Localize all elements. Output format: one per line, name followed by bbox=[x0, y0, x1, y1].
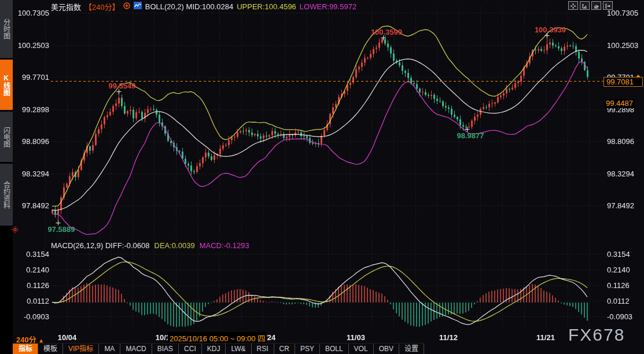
price-axis-label-right: 98.3294 bbox=[607, 169, 634, 178]
sidebar-tab-4[interactable]: 合约资料 bbox=[0, 164, 13, 226]
price-axis-label-left: 100.2503 bbox=[15, 40, 49, 49]
auto-scale-icon bbox=[594, 1, 599, 11]
price-axis-label-right: 97.8492 bbox=[607, 201, 634, 210]
zoom-fit-icon bbox=[582, 1, 587, 11]
boll-upper-value: UPPER:100.4596 bbox=[237, 2, 296, 11]
toolbar-button-MACD[interactable]: MACD bbox=[120, 344, 151, 354]
candle-tooltip: 2025/10/16 05:00 ~ 09:00 四 bbox=[168, 332, 267, 344]
chart-header: 美元指数 【240分】 BOLL(20,2) MID:100.0284 UPPE… bbox=[51, 2, 356, 11]
toolbar-button-VOL[interactable]: VOL bbox=[348, 344, 373, 354]
macd-title: MACD(26,12,9) DIFF:-0.0608 bbox=[51, 241, 150, 250]
toolbar-button-MA[interactable]: MA bbox=[98, 344, 120, 354]
toolbar-button-BIAS[interactable]: BIAS bbox=[152, 344, 178, 354]
macd-axis-label-left: 0.1126 bbox=[15, 281, 49, 290]
toolbar-button-CR[interactable]: CR bbox=[274, 344, 295, 354]
sidebar: 分时图K线图闪电图合约资料 bbox=[0, 0, 13, 354]
macd-axis-label-right: -0.0903 bbox=[607, 312, 632, 321]
toolbar-button-RSI[interactable]: RSI bbox=[251, 344, 274, 354]
sidebar-tab-3[interactable]: 闪电图 bbox=[0, 112, 13, 162]
price-axis-label-left: 97.8492 bbox=[15, 201, 49, 210]
toolbar-button-KDJ[interactable]: KDJ bbox=[201, 344, 226, 354]
toolbar-button-CCI[interactable]: CCI bbox=[178, 344, 201, 354]
toolbar-button-VIP指标[interactable]: VIP指标 bbox=[62, 344, 98, 354]
price-axis-label-left: 98.3294 bbox=[15, 169, 49, 178]
chart-tool-buttons bbox=[568, 1, 613, 10]
date-axis-label: 11/12 bbox=[439, 333, 458, 342]
hot-indicator-icon bbox=[12, 225, 19, 235]
high-extreme-label: 99.5549 bbox=[109, 82, 136, 90]
macd-dea-value: DEA:0.0039 bbox=[154, 241, 195, 250]
price-chart-canvas[interactable] bbox=[0, 0, 644, 354]
price-axis-label-left: 100.7305 bbox=[15, 9, 49, 17]
date-axis-label: 11/03 bbox=[347, 333, 365, 342]
toolbar-button-OBV[interactable]: OBV bbox=[373, 344, 399, 354]
macd-axis-label-right: 0.1126 bbox=[607, 281, 630, 290]
sidebar-tab-1[interactable]: 分时图 bbox=[0, 0, 13, 58]
low-extreme-label: 98.9877 bbox=[457, 131, 484, 140]
macd-axis-label-left: -0.0903 bbox=[15, 312, 49, 321]
secondary-price-badge: 99.4487 bbox=[605, 99, 635, 108]
macd-axis-label-left: 0.0112 bbox=[15, 297, 49, 305]
current-price-badge: 99.7081 bbox=[603, 77, 643, 87]
price-axis-label-left: 98.8096 bbox=[15, 137, 49, 146]
indicator-toolbar: 指标模板VIP指标MAMACDBIASCCIKDJLW&RSICRPSYBOLL… bbox=[13, 343, 424, 354]
symbol-name: 美元指数 bbox=[51, 1, 81, 12]
pan-latest-button[interactable] bbox=[603, 1, 613, 10]
low-extreme-label: 97.5889 bbox=[48, 225, 75, 234]
macd-axis-label-left: 0.2140 bbox=[15, 266, 49, 274]
macd-axis-label-right: 0.3154 bbox=[607, 250, 630, 259]
macd-axis-label-right: 0.2140 bbox=[607, 266, 630, 274]
boll-lower-value: LOWER:99.5972 bbox=[300, 2, 356, 11]
toolbar-button-PSY[interactable]: PSY bbox=[295, 344, 319, 354]
high-extreme-label: 100.3599 bbox=[371, 28, 402, 36]
macd-macd-value: MACD:-0.1293 bbox=[200, 241, 249, 250]
price-axis-label-right: 100.2503 bbox=[607, 40, 638, 49]
sidebar-tab-2[interactable]: K线图 bbox=[0, 60, 13, 110]
macd-header: MACD(26,12,9) DIFF:-0.0608 DEA:0.0039 MA… bbox=[51, 241, 249, 250]
toolbar-button-指标[interactable]: 指标 bbox=[13, 344, 38, 354]
toolbar-button-BOLL[interactable]: BOLL bbox=[319, 344, 348, 354]
crosshair-button[interactable] bbox=[568, 1, 578, 10]
price-axis-label-right: 98.8096 bbox=[607, 137, 634, 146]
watermark: FX678 bbox=[568, 325, 625, 345]
toolbar-button-模板[interactable]: 模板 bbox=[38, 344, 62, 354]
boll-label: BOLL(20,2) MID:100.0284 bbox=[145, 2, 234, 11]
zoom-fit-button[interactable] bbox=[580, 1, 590, 10]
date-axis-label: 11/21 bbox=[536, 333, 555, 342]
price-axis-label-left: 99.2898 bbox=[15, 105, 49, 113]
crosshair-icon bbox=[571, 1, 576, 11]
macd-axis-label-left: 0.3154 bbox=[15, 250, 49, 259]
macd-axis-label-right: 0.0112 bbox=[607, 297, 630, 305]
add-indicator-icon[interactable] bbox=[123, 2, 130, 11]
toolbar-button-设置[interactable]: 设置 bbox=[399, 344, 424, 354]
price-axis-label-left: 99.7701 bbox=[15, 73, 49, 82]
high-extreme-label: 100.3939 bbox=[535, 25, 566, 34]
auto-scale-button[interactable] bbox=[591, 1, 601, 10]
period-label: 【240分】 bbox=[84, 1, 120, 12]
chart-type-icon[interactable] bbox=[134, 2, 142, 11]
pan-latest-icon bbox=[605, 1, 610, 11]
toolbar-button-LW&[interactable]: LW& bbox=[225, 344, 251, 354]
date-axis-label: 10/04 bbox=[58, 333, 77, 342]
